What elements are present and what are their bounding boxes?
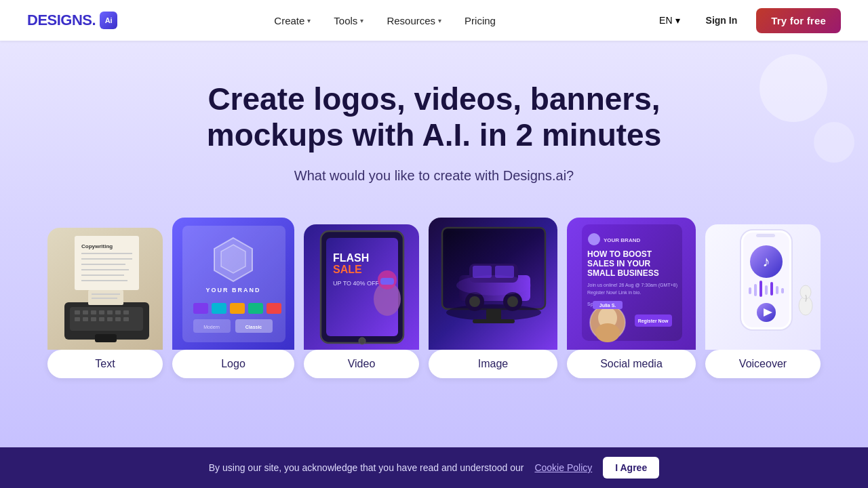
social-card-label: Social media — [600, 358, 663, 369]
svg-rect-12 — [91, 310, 96, 314]
svg-rect-15 — [115, 310, 121, 314]
svg-rect-86 — [749, 287, 751, 294]
svg-text:YOUR BRAND: YOUR BRAND — [205, 287, 260, 293]
svg-rect-63 — [486, 309, 501, 320]
video-card-label-wrap: Video — [304, 350, 419, 378]
try-for-free-button[interactable]: Try for free — [756, 8, 841, 33]
cookie-agree-button[interactable]: I Agree — [603, 457, 659, 479]
image-illustration — [429, 218, 557, 350]
card-voice[interactable]: ♪ — [705, 224, 821, 378]
svg-text:♪: ♪ — [763, 253, 770, 270]
nav-create[interactable]: Create ▾ — [264, 9, 320, 32]
video-illustration: FLASH SALE UP TO 40% OFF — [306, 224, 418, 350]
svg-text:Register Now! Link in bio.: Register Now! Link in bio. — [587, 290, 641, 296]
svg-text:YOUR BRAND: YOUR BRAND — [604, 237, 640, 243]
svg-text:Register Now: Register Now — [638, 319, 669, 324]
image-card-label: Image — [478, 358, 508, 369]
svg-rect-21 — [107, 317, 113, 321]
card-logo[interactable]: YOUR BRAND Modern Classic Logo — [172, 218, 294, 378]
card-image[interactable]: Image — [429, 218, 557, 378]
svg-point-59 — [469, 296, 480, 307]
svg-rect-90 — [770, 282, 773, 296]
svg-text:UP TO 40% OFF: UP TO 40% OFF — [333, 280, 380, 287]
svg-rect-32 — [193, 303, 208, 314]
nav-tools[interactable]: Tools ▾ — [324, 9, 373, 32]
svg-rect-91 — [776, 286, 778, 294]
svg-text:SALES IN YOUR: SALES IN YOUR — [587, 259, 650, 268]
svg-rect-10 — [75, 310, 80, 314]
voice-card-label: Voiceover — [739, 358, 787, 369]
cookie-banner: By using our site, you acknowledge that … — [0, 447, 868, 488]
svg-rect-16 — [123, 310, 129, 314]
svg-text:Julia S.: Julia S. — [599, 303, 616, 308]
card-social[interactable]: YOUR BRAND HOW TO BOOST SALES IN YOUR SM… — [567, 218, 696, 378]
svg-rect-89 — [765, 285, 768, 295]
svg-rect-87 — [754, 284, 757, 296]
social-illustration: YOUR BRAND HOW TO BOOST SALES IN YOUR SM… — [567, 218, 696, 350]
svg-text:Modern: Modern — [203, 325, 220, 329]
svg-rect-14 — [107, 310, 113, 314]
svg-rect-11 — [83, 310, 88, 314]
svg-rect-34 — [230, 303, 245, 314]
svg-point-50 — [359, 338, 366, 344]
svg-text:FLASH: FLASH — [333, 252, 369, 264]
logo-ai-badge: Ai — [100, 12, 117, 29]
card-video[interactable]: FLASH SALE UP TO 40% OFF Video — [304, 224, 419, 378]
svg-point-76 — [595, 323, 620, 342]
svg-rect-9 — [70, 307, 143, 331]
chevron-down-icon: ▾ — [675, 15, 680, 26]
svg-rect-64 — [473, 319, 515, 323]
svg-text:Classic: Classic — [245, 325, 262, 329]
svg-marker-30 — [221, 245, 245, 273]
svg-rect-88 — [760, 281, 762, 297]
chevron-down-icon: ▾ — [307, 17, 311, 24]
svg-rect-19 — [91, 317, 96, 321]
logo[interactable]: DESIGNS. Ai — [27, 12, 117, 29]
signin-button[interactable]: Sign In — [695, 9, 749, 31]
language-selector[interactable]: EN ▾ — [652, 11, 686, 30]
logo-card-label: Logo — [221, 358, 245, 369]
svg-text:SMALL BUSINESS: SMALL BUSINESS — [587, 268, 659, 278]
cookie-text: By using our site, you acknowledge that … — [209, 462, 524, 473]
logo-card-label-wrap: Logo — [172, 350, 294, 378]
text-card-image: Copywriting — [47, 228, 163, 350]
navbar: DESIGNS. Ai Create ▾ Tools ▾ Resources ▾… — [0, 0, 868, 41]
svg-text:Copywriting: Copywriting — [81, 243, 113, 249]
svg-rect-17 — [75, 317, 80, 321]
voice-card-label-wrap: Voiceover — [705, 350, 821, 378]
logo-illustration: YOUR BRAND Modern Classic — [174, 218, 293, 350]
typewriter-illustration: Copywriting — [51, 229, 159, 348]
svg-rect-27 — [95, 334, 117, 342]
product-cards: Copywriting — [27, 218, 841, 378]
text-card-label: Text — [95, 358, 115, 369]
svg-point-96 — [800, 285, 811, 299]
nav-links: Create ▾ Tools ▾ Resources ▾ Pricing — [264, 9, 505, 32]
svg-rect-26 — [92, 298, 117, 299]
svg-rect-35 — [248, 303, 263, 314]
chevron-down-icon: ▾ — [438, 17, 441, 24]
cookie-policy-link[interactable]: Cookie Policy — [534, 462, 592, 473]
nav-resources[interactable]: Resources ▾ — [377, 9, 451, 32]
social-card-image: YOUR BRAND HOW TO BOOST SALES IN YOUR SM… — [567, 218, 696, 350]
svg-rect-83 — [756, 234, 775, 237]
svg-rect-13 — [99, 310, 104, 314]
hero-section: Create logos, videos, banners, mockups w… — [0, 41, 868, 474]
voice-illustration: ♪ — [705, 224, 821, 350]
svg-rect-20 — [99, 317, 104, 321]
voice-card-image: ♪ — [705, 224, 821, 350]
video-card-label: Video — [348, 358, 376, 369]
video-card-image: FLASH SALE UP TO 40% OFF — [304, 224, 419, 350]
logo-card-image: YOUR BRAND Modern Classic — [172, 218, 294, 350]
svg-rect-23 — [123, 317, 129, 321]
svg-rect-33 — [212, 303, 226, 314]
social-card-label-wrap: Social media — [567, 350, 696, 378]
chevron-down-icon: ▾ — [360, 17, 363, 24]
svg-rect-22 — [115, 317, 121, 321]
svg-text:SALE: SALE — [333, 264, 362, 275]
hero-title: Create logos, videos, banners, mockups w… — [142, 81, 726, 153]
svg-point-61 — [507, 296, 518, 307]
nav-right: EN ▾ Sign In Try for free — [652, 8, 841, 33]
nav-pricing[interactable]: Pricing — [455, 9, 505, 32]
svg-rect-92 — [781, 288, 784, 293]
card-text[interactable]: Copywriting — [47, 228, 163, 378]
